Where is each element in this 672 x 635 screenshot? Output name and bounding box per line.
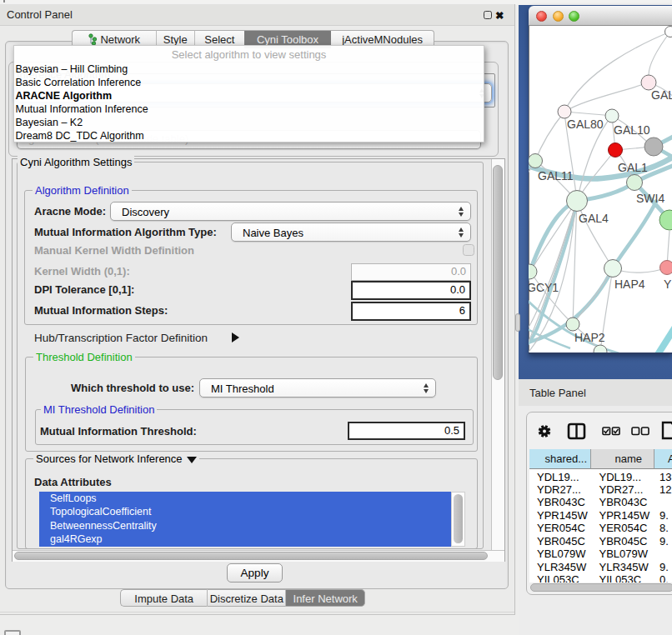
svg-text:GCY1: GCY1 <box>529 281 559 294</box>
svg-text:GAL11: GAL11 <box>538 169 574 182</box>
svg-text:Y: Y <box>664 278 672 291</box>
svg-text:GAL: GAL <box>651 88 672 102</box>
svg-text:GAL1: GAL1 <box>618 161 648 174</box>
svg-text:GAL80: GAL80 <box>567 118 604 131</box>
svg-text:HAP4: HAP4 <box>614 278 645 291</box>
svg-text:HAP2: HAP2 <box>574 331 605 344</box>
svg-text:GAL10: GAL10 <box>614 123 650 137</box>
svg-text:SWI4: SWI4 <box>636 192 664 205</box>
svg-text:GAL4: GAL4 <box>579 212 609 225</box>
